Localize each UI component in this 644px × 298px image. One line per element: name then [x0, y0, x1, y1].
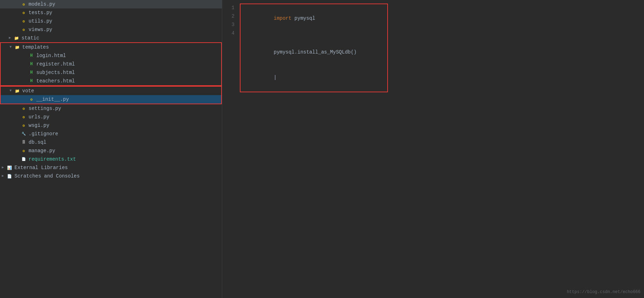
sidebar-item-urls-py[interactable]: ⚙ urls.py	[0, 113, 222, 121]
spacer	[22, 61, 28, 67]
sidebar-item-gitignore[interactable]: 🔧 .gitignore	[0, 130, 222, 138]
cursor: |	[274, 75, 277, 80]
sidebar-item-tests-py[interactable]: ⚙ tests.py	[0, 8, 222, 17]
sidebar-item-views-py[interactable]: ⚙ views.py	[0, 25, 222, 34]
chevron-right-icon: ▶	[0, 173, 6, 179]
spacer	[22, 78, 28, 84]
line-numbers: 1 2 3 4	[222, 4, 240, 294]
file-label: utils.py	[29, 18, 52, 24]
library-icon: 📊	[6, 164, 13, 171]
python-file-icon: ⚙	[28, 96, 35, 103]
sidebar-item-vote[interactable]: ▼ 📁 vote	[0, 86, 222, 95]
sidebar-item-utils-py[interactable]: ⚙ utils.py	[0, 17, 222, 25]
file-label: teachers.html	[36, 78, 75, 84]
file-label: __init__.py	[36, 97, 69, 102]
sidebar-item-wsgi-py[interactable]: ⚙ wsgi.py	[0, 121, 222, 130]
git-file-icon: 🔧	[20, 131, 27, 137]
sql-file-icon: 🗄	[20, 139, 27, 145]
python-file-icon: ⚙	[20, 26, 27, 33]
spacer	[14, 148, 20, 154]
sidebar-item-static[interactable]: ▶ 📁 static	[0, 34, 222, 42]
python-file-icon: ⚙	[20, 10, 27, 16]
txt-file-icon: 📄	[20, 156, 27, 162]
code-expression: pymysql.install_as_MySQLdb()	[274, 49, 357, 55]
html-file-icon: H	[28, 78, 35, 84]
spacer	[14, 131, 20, 137]
file-label: wsgi.py	[29, 123, 49, 128]
file-label: subjects.html	[36, 70, 75, 75]
sidebar-item-settings-py[interactable]: ⚙ settings.py	[0, 104, 222, 113]
sidebar-item-external-libraries[interactable]: ▶ 📊 External Libraries	[0, 163, 222, 172]
file-label: register.html	[36, 61, 75, 67]
code-editor: 1 2 3 4 import pymysql pymysql.install_a…	[222, 0, 644, 298]
folder-label: Scratches and Consoles	[14, 173, 80, 179]
python-file-icon: ⚙	[20, 18, 27, 24]
chevron-down-icon: ▼	[8, 88, 13, 94]
spacer	[14, 139, 20, 145]
code-line-4: |	[244, 65, 380, 90]
folder-label: static	[22, 35, 39, 41]
spacer	[14, 18, 20, 24]
spacer	[14, 10, 20, 15]
file-label: login.html	[36, 53, 66, 58]
spacer	[14, 106, 20, 111]
keyword-import: import	[274, 15, 294, 21]
file-label: settings.py	[29, 106, 61, 111]
module-name: pymysql	[294, 15, 315, 21]
code-line-2	[244, 31, 380, 39]
file-label: requirements.txt	[29, 156, 76, 162]
python-file-icon: ⚙	[20, 122, 27, 129]
folder-icon: 📁	[14, 44, 20, 50]
folder-label: vote	[22, 88, 34, 94]
sidebar-item-register-html[interactable]: H register.html	[0, 60, 222, 68]
spacer	[14, 1, 20, 7]
file-label: urls.py	[29, 114, 49, 120]
file-label: db.sql	[29, 139, 46, 145]
html-file-icon: H	[28, 52, 35, 59]
editor-content-area[interactable]: 1 2 3 4 import pymysql pymysql.install_a…	[222, 0, 644, 298]
scratches-icon: 📄	[6, 173, 13, 179]
spacer	[14, 114, 20, 120]
file-tree-sidebar[interactable]: ⚙ models.py ⚙ tests.py ⚙ utils.py ⚙ view…	[0, 0, 222, 298]
sidebar-item-teachers-html[interactable]: H teachers.html	[0, 77, 222, 86]
sidebar-item-manage-py[interactable]: ⚙ manage.py	[0, 147, 222, 155]
code-line-1: import pymysql	[244, 6, 380, 31]
code-line-3: pymysql.install_as_MySQLdb()	[244, 39, 380, 65]
spacer	[14, 123, 20, 128]
watermark-label: https://blog.csdn.net/echo666	[567, 290, 640, 294]
watermark-text: https://blog.csdn.net/echo666	[567, 290, 640, 294]
html-file-icon: H	[28, 61, 35, 67]
spacer	[22, 97, 28, 102]
sidebar-item-models-py[interactable]: ⚙ models.py	[0, 0, 222, 8]
sidebar-item-templates[interactable]: ▼ 📁 templates	[0, 42, 222, 51]
folder-label: templates	[22, 44, 49, 50]
folder-icon: 📁	[13, 35, 20, 41]
file-label: .gitignore	[29, 131, 58, 137]
file-label: views.py	[29, 27, 52, 32]
chevron-right-icon: ▶	[0, 165, 6, 170]
html-file-icon: H	[28, 69, 35, 76]
sidebar-item-db-sql[interactable]: 🗄 db.sql	[0, 138, 222, 147]
sidebar-item-init-py[interactable]: ⚙ __init__.py	[0, 95, 222, 104]
python-file-icon: ⚙	[20, 1, 27, 7]
python-file-icon: ⚙	[20, 148, 27, 154]
spacer	[22, 70, 28, 75]
chevron-right-icon: ▶	[7, 35, 13, 41]
file-label: manage.py	[29, 148, 55, 154]
folder-icon: 📁	[14, 88, 20, 94]
sidebar-item-login-html[interactable]: H login.html	[0, 51, 222, 60]
spacer	[14, 156, 20, 162]
file-label: models.py	[29, 1, 55, 7]
file-label: tests.py	[29, 10, 52, 15]
sidebar-item-subjects-html[interactable]: H subjects.html	[0, 68, 222, 77]
folder-label: External Libraries	[14, 165, 68, 170]
chevron-down-icon: ▼	[8, 44, 13, 50]
spacer	[14, 27, 20, 32]
sidebar-item-scratches-consoles[interactable]: ▶ 📄 Scratches and Consoles	[0, 172, 222, 180]
code-highlight-box: import pymysql pymysql.install_as_MySQLd…	[240, 4, 388, 92]
spacer	[22, 53, 28, 58]
sidebar-item-requirements-txt[interactable]: 📄 requirements.txt	[0, 155, 222, 163]
python-file-icon: ⚙	[20, 105, 27, 112]
python-file-icon: ⚙	[20, 114, 27, 120]
